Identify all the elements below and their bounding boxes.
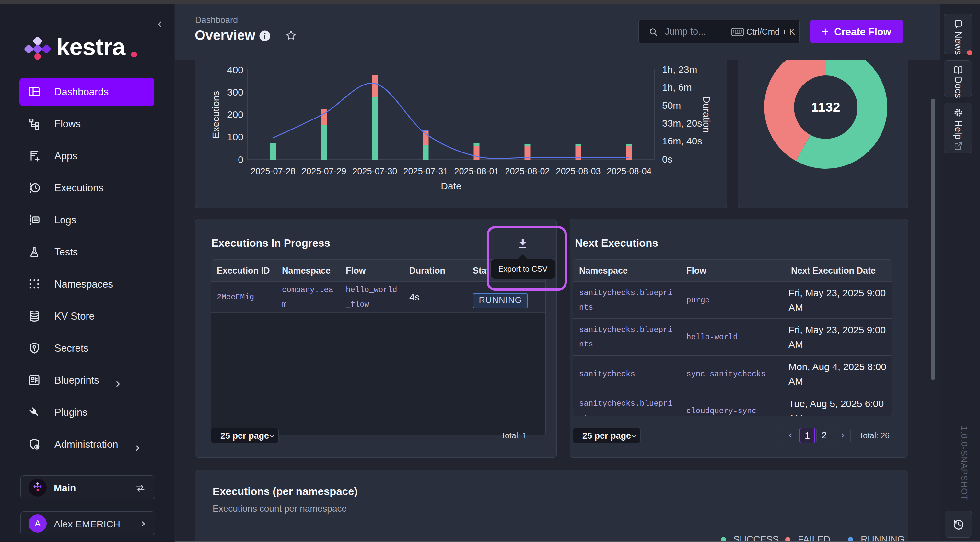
svg-text:2025-07-30: 2025-07-30 [352,166,397,176]
svg-text:Date: Date [441,181,461,191]
svg-text:50m: 50m [662,100,681,111]
svg-text:200: 200 [227,109,243,120]
svg-text:1h, 6m: 1h, 6m [662,82,692,93]
svg-text:16m, 40s: 16m, 40s [662,136,702,146]
svg-text:2025-08-02: 2025-08-02 [505,166,550,176]
svg-text:0s: 0s [662,154,673,165]
svg-text:2025-08-03: 2025-08-03 [556,166,600,176]
svg-text:0: 0 [238,154,243,165]
svg-text:300: 300 [227,87,243,97]
svg-text:400: 400 [227,65,243,75]
svg-text:100: 100 [227,132,243,142]
svg-text:2025-07-31: 2025-07-31 [403,166,448,176]
svg-text:1132: 1132 [811,100,840,115]
svg-text:2025-07-29: 2025-07-29 [301,166,346,176]
svg-text:Executions: Executions [210,91,221,139]
svg-text:2025-08-04: 2025-08-04 [607,166,651,176]
svg-text:2025-08-01: 2025-08-01 [454,166,499,176]
svg-text:1h, 23m: 1h, 23m [662,64,697,75]
svg-text:2025-07-28: 2025-07-28 [250,166,295,176]
svg-text:Duration: Duration [701,96,712,133]
svg-text:33m, 20s: 33m, 20s [662,118,702,128]
